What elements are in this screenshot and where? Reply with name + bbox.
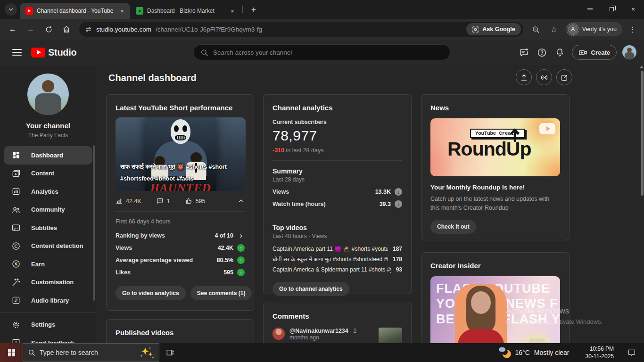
bizkro-favicon xyxy=(136,7,143,15)
verify-profile-button[interactable]: A Verify it's you xyxy=(566,22,622,36)
url-path: /channel/UC1o-J6pFi7fEr9Ghqvm3-fg xyxy=(156,26,462,33)
sidebar-item-content[interactable]: Content xyxy=(0,165,96,183)
google-lens-icon xyxy=(472,26,479,33)
whats-new-icon[interactable] xyxy=(515,43,533,61)
browser-tab-dashboard[interactable]: Channel dashboard - YouTube S × xyxy=(20,3,130,19)
sidebar-item-content-detection[interactable]: Content detection xyxy=(0,237,96,255)
help-icon[interactable] xyxy=(533,43,551,61)
scrollbar-up-arrow[interactable] xyxy=(640,66,644,68)
card-title: News xyxy=(430,104,560,112)
check-it-out-button[interactable]: Check it out xyxy=(430,220,476,234)
page-scrollbar[interactable] xyxy=(641,71,644,196)
start-button[interactable] xyxy=(0,343,23,362)
go-live-button[interactable] xyxy=(536,69,552,85)
taskbar-clock[interactable]: 10:56 PM 30-11-2025 xyxy=(586,345,614,360)
top-video-row[interactable]: Captain America & Spiderman part 11 #sho… xyxy=(272,264,402,275)
go-to-channel-analytics-button[interactable]: Go to channel analytics xyxy=(272,282,349,296)
subtitles-icon xyxy=(11,223,21,232)
comment-video-thumbnail[interactable] xyxy=(379,328,402,343)
tab-close-icon[interactable]: × xyxy=(118,7,126,15)
taskbar-search[interactable] xyxy=(23,343,159,362)
trend-up-icon: ↑ xyxy=(237,244,245,252)
hamburger-menu-icon[interactable] xyxy=(8,43,26,62)
top-videos-subtitle: Last 48 hours · Views xyxy=(272,233,402,239)
top-video-row[interactable]: Captain America part 11 👿 🥷 #shorts #you… xyxy=(272,244,402,254)
search-highlights-sparkle-icon[interactable] xyxy=(138,346,154,359)
taskbar-weather[interactable]: 16°C Mostly clear xyxy=(499,347,570,358)
current-subscribers-label: Current subscribers xyxy=(272,119,402,125)
top-video-row[interactable]: धोनी सर के स्कूल में आया भूत #shorts #sh… xyxy=(272,254,402,264)
studio-brand[interactable]: Studio xyxy=(48,47,76,58)
sidebar-item-community[interactable]: Community xyxy=(0,201,96,219)
short-thumbnail[interactable]: HAUNTED साफ सफाई करने वाला भूत 👹 #shorts… xyxy=(116,117,246,191)
taskbar-search-input[interactable] xyxy=(40,349,134,356)
reload-icon[interactable] xyxy=(41,21,57,37)
create-button[interactable]: Create xyxy=(572,45,617,60)
comments-icon xyxy=(157,197,164,205)
community-icon xyxy=(11,205,21,214)
notifications-bell-icon[interactable] xyxy=(551,43,569,61)
commenter-avatar[interactable] xyxy=(272,328,285,340)
go-to-video-analytics-button[interactable]: Go to video analytics xyxy=(116,286,186,300)
studio-avatar[interactable] xyxy=(622,45,636,59)
tab-close-icon[interactable]: × xyxy=(228,7,237,15)
weather-desc: Mostly clear xyxy=(534,349,570,356)
main-content: Channel dashboard Latest YouTube Short p… xyxy=(96,65,644,343)
sidebar-item-analytics[interactable]: Analytics xyxy=(0,182,96,201)
chevron-up-icon[interactable] xyxy=(238,197,245,205)
chevron-right-icon[interactable]: › xyxy=(237,232,245,239)
verify-label: Verify it's you xyxy=(582,26,617,33)
live-icon xyxy=(540,74,548,82)
tab-search-chevron-icon[interactable] xyxy=(5,3,17,16)
studio-search[interactable] xyxy=(193,44,450,60)
site-settings-icon[interactable] xyxy=(85,26,92,33)
sidebar-menu: Dashboard Content Analytics Community Su… xyxy=(0,146,96,352)
weather-temp: 16°C xyxy=(515,349,530,356)
browser-menu-icon[interactable]: ⋮ xyxy=(626,21,639,37)
edit-button[interactable] xyxy=(556,69,572,85)
window-minimize-button[interactable] xyxy=(579,0,601,18)
window-close-button[interactable]: × xyxy=(622,0,644,18)
sidebar-item-customisation[interactable]: Customisation xyxy=(0,273,96,292)
trend-up-icon: ↑ xyxy=(237,256,245,264)
sidebar-scrollbar[interactable] xyxy=(93,145,95,301)
new-tab-button[interactable]: + xyxy=(248,4,260,16)
sidebar: Your channel The Party Facts Dashboard C… xyxy=(0,65,96,343)
top-videos-title: Top videos xyxy=(272,224,402,231)
sidebar-item-earn[interactable]: $ Earn xyxy=(0,255,96,273)
sidebar-item-audio-library[interactable]: Audio library xyxy=(0,291,96,310)
perf-row-views: Views 42.4K ↑ xyxy=(116,242,245,254)
activate-windows-subtext: Go to Settings to activate Windows. xyxy=(506,318,603,325)
youtube-logo-icon[interactable] xyxy=(31,48,45,58)
latest-short-performance-card: Latest YouTube Short performance HAUNTED… xyxy=(106,94,254,311)
analytics-icon xyxy=(11,187,21,196)
back-icon[interactable]: ← xyxy=(5,21,21,37)
upload-video-button[interactable] xyxy=(516,69,532,85)
sidebar-item-label: Analytics xyxy=(31,188,58,195)
studio-search-input[interactable] xyxy=(213,49,443,56)
news-banner[interactable]: YouTube Creator RoundUp xyxy=(430,118,560,176)
comment-item[interactable]: @Navinakunwar1234 · 2 months ago ♥♥♥♥♥ xyxy=(272,328,402,343)
sidebar-item-subtitles[interactable]: Subtitles xyxy=(0,219,96,237)
browser-tab-bizkro[interactable]: Dashboard - Bizkro Market × xyxy=(130,3,240,19)
sidebar-item-dashboard[interactable]: Dashboard xyxy=(4,146,92,165)
creator-insider-card: Creator Insider FLASH YOUTUBE YOUTUBE NE… xyxy=(421,252,570,343)
summary-title: Summary xyxy=(272,167,402,175)
short-likes: 595 xyxy=(196,198,206,205)
content-icon xyxy=(11,169,21,178)
task-view-icon[interactable] xyxy=(159,343,181,362)
ask-google-button[interactable]: Ask Google xyxy=(466,23,520,35)
window-restore-button[interactable] xyxy=(601,0,622,18)
home-icon[interactable] xyxy=(58,21,74,37)
channel-avatar[interactable] xyxy=(27,74,69,115)
perf-row-ranking[interactable]: Ranking by views 4 of 10 › xyxy=(116,230,245,242)
studio-header: Studio Create xyxy=(0,40,644,65)
create-video-icon xyxy=(578,48,587,57)
bookmark-star-icon[interactable]: ☆ xyxy=(546,21,562,37)
see-comments-button[interactable]: See comments (1) xyxy=(190,286,252,300)
zoom-out-icon[interactable] xyxy=(528,21,544,37)
sidebar-item-settings[interactable]: Settings xyxy=(0,316,96,334)
notification-center-icon[interactable] xyxy=(621,343,642,362)
audio-library-icon xyxy=(11,296,21,305)
address-bar[interactable]: studio.youtube.com/channel/UC1o-J6pFi7fE… xyxy=(79,22,523,37)
